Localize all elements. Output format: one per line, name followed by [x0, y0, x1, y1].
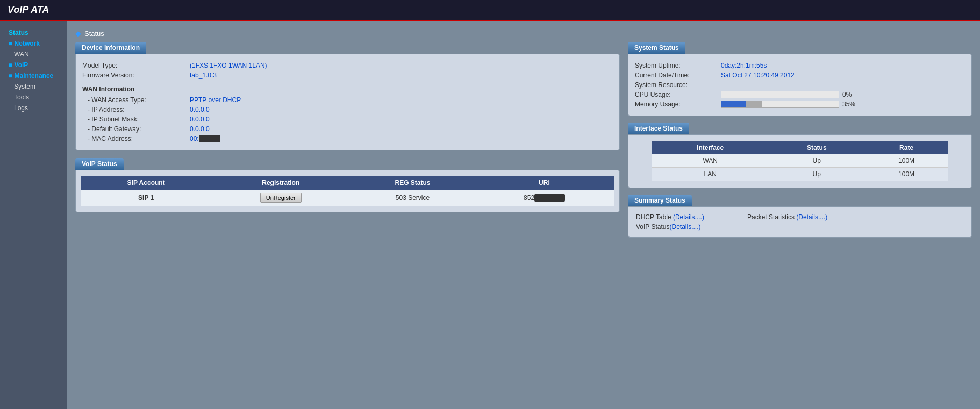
ip-subnet-value: 0.0.0.0	[190, 116, 210, 123]
interface-status-header: Interface Status	[628, 123, 689, 134]
firmware-label: Firmware Version:	[82, 71, 190, 79]
default-gateway-value: 0.0.0.0	[190, 125, 210, 133]
default-gateway-row: - Default Gateway: 0.0.0.0	[82, 124, 613, 134]
summary-status-section: Summary Status DHCP Table (Details....) …	[628, 195, 972, 238]
interface-col-interface: Interface	[652, 141, 769, 154]
sidebar-section: Status ■ Network WAN ■ VoIP ■ Maintenanc…	[0, 26, 67, 115]
device-info-header: Device Information	[75, 42, 146, 54]
voip-table-header: SIP Account Registration REG Status URI	[81, 176, 614, 190]
cpu-label: CPU Usage:	[635, 91, 721, 98]
voip-status-section: VoIP Status SIP Account Registration REG…	[75, 158, 620, 212]
ip-subnet-row: - IP Subnet Mask: 0.0.0.0	[82, 114, 613, 124]
uptime-row: System Uptime: 0day:2h:1m:55s	[635, 61, 965, 70]
ip-address-row: - IP Address: 0.0.0.0	[82, 105, 613, 114]
sidebar-item-maintenance[interactable]: ■ Maintenance	[4, 70, 63, 81]
uptime-label: System Uptime:	[635, 62, 721, 69]
model-type-value: (1FXS 1FXO 1WAN 1LAN)	[190, 62, 267, 69]
cpu-row: CPU Usage: 0%	[635, 90, 965, 99]
voip-col-registration: Registration	[211, 176, 350, 190]
voip-status-details-link[interactable]: (Details....)	[670, 223, 701, 231]
content-split: Device Information Model Type: (1FXS 1FX…	[75, 42, 972, 244]
sidebar-item-system[interactable]: System	[4, 81, 63, 92]
voip-col-uri: URI	[475, 176, 614, 190]
memory-row: Memory Usage: 35%	[635, 99, 965, 109]
page-title: Status	[84, 30, 104, 38]
wan-title: WAN Information	[82, 85, 613, 93]
sidebar-item-wan[interactable]: WAN	[4, 49, 63, 60]
interface-status-wan: Up	[769, 154, 864, 168]
datetime-label: Current Date/Time:	[635, 71, 721, 79]
unregister-button[interactable]: UnRegister	[260, 193, 302, 203]
interface-rate-lan: 100M	[864, 168, 948, 181]
wan-access-value: PPTP over DHCP	[190, 96, 241, 104]
left-panel: Device Information Model Type: (1FXS 1FX…	[75, 42, 620, 244]
app-header: VoIP ATA	[0, 0, 980, 21]
uptime-value: 0day:2h:1m:55s	[721, 62, 767, 69]
device-info-section: Device Information Model Type: (1FXS 1FX…	[75, 42, 620, 150]
wan-access-row: - WAN Access Type: PPTP over DHCP	[82, 95, 613, 105]
table-row: LAN Up 100M	[652, 168, 949, 181]
memory-percent-label: 35%	[842, 101, 855, 108]
mac-address-row: - MAC Address: 00:	[82, 134, 613, 143]
model-type-label: Model Type:	[82, 62, 190, 69]
voip-col-sip-account: SIP Account	[81, 176, 211, 190]
cpu-percent-label: 0%	[842, 91, 852, 98]
wan-access-label: - WAN Access Type:	[82, 96, 190, 104]
summary-row-1: DHCP Table (Details....) Packet Statisti…	[636, 212, 964, 222]
interface-name-lan: LAN	[652, 168, 769, 181]
right-panel: System Status System Uptime: 0day:2h:1m:…	[628, 42, 972, 244]
interface-status-section: Interface Status Interface Status Rate	[628, 123, 972, 188]
reg-status-cell: 503 Service	[350, 190, 475, 206]
memory-progress-bar-wrapper	[721, 101, 839, 108]
voip-status-header: VoIP Status	[75, 158, 124, 170]
system-status-section: System Status System Uptime: 0day:2h:1m:…	[628, 42, 972, 116]
resource-row: System Resource:	[635, 80, 965, 90]
summary-row-2: VoIP Status(Details....)	[636, 222, 964, 232]
interface-status-lan: Up	[769, 168, 864, 181]
datetime-row: Current Date/Time: Sat Oct 27 10:20:49 2…	[635, 70, 965, 80]
interface-col-rate: Rate	[864, 141, 948, 154]
default-gateway-label: - Default Gateway:	[82, 125, 190, 133]
sidebar-item-voip[interactable]: ■ VoIP	[4, 60, 63, 70]
memory-progress-container: 35%	[721, 101, 965, 108]
sidebar-item-logs[interactable]: Logs	[4, 103, 63, 113]
system-status-box: System Uptime: 0day:2h:1m:55s Current Da…	[628, 54, 972, 116]
ip-address-value: 0.0.0.0	[190, 106, 210, 113]
sidebar-item-status[interactable]: Status	[4, 27, 63, 38]
model-type-row: Model Type: (1FXS 1FXO 1WAN 1LAN)	[82, 61, 613, 70]
ip-subnet-label: - IP Subnet Mask:	[82, 116, 190, 123]
dhcp-table-item: DHCP Table (Details....)	[636, 213, 704, 221]
registration-cell: UnRegister	[211, 190, 350, 206]
packet-stats-item: Packet Statistics (Details....)	[747, 213, 827, 221]
voip-status-item: VoIP Status(Details....)	[636, 223, 701, 231]
voip-status-box: SIP Account Registration REG Status URI …	[75, 170, 620, 212]
firmware-row: Firmware Version: tab_1.0.3	[82, 70, 613, 80]
cpu-progress-container: 0%	[721, 91, 965, 98]
interface-rate-wan: 100M	[864, 154, 948, 168]
sip-account-cell: SIP 1	[81, 190, 211, 206]
sidebar: Status ■ Network WAN ■ VoIP ■ Maintenanc…	[0, 21, 67, 409]
firmware-value: tab_1.0.3	[190, 71, 217, 79]
main-content: ◆ Status Device Information Model Type: …	[67, 21, 980, 409]
voip-table: SIP Account Registration REG Status URI …	[81, 176, 614, 206]
table-row: WAN Up 100M	[652, 154, 949, 168]
diamond-icon: ◆	[75, 29, 81, 38]
uri-blurred	[534, 194, 565, 202]
packet-details-link[interactable]: (Details....)	[796, 213, 827, 221]
mac-blurred	[199, 135, 220, 142]
voip-table-row: SIP 1 UnRegister 503 Service 852	[81, 190, 614, 206]
memory-progress-bar	[721, 101, 762, 107]
datetime-value: Sat Oct 27 10:20:49 2012	[721, 71, 795, 79]
device-info-box: Model Type: (1FXS 1FXO 1WAN 1LAN) Firmwa…	[75, 54, 620, 150]
system-status-header: System Status	[628, 42, 685, 54]
dhcp-details-link[interactable]: (Details....)	[673, 213, 704, 221]
mac-address-label: - MAC Address:	[82, 135, 190, 142]
sidebar-item-network[interactable]: ■ Network	[4, 38, 63, 49]
interface-table: Interface Status Rate WAN Up 100M	[652, 141, 949, 181]
mac-address-value: 00:	[190, 135, 220, 142]
summary-status-box: DHCP Table (Details....) Packet Statisti…	[628, 206, 972, 238]
uri-cell: 852	[475, 190, 614, 206]
sidebar-item-tools[interactable]: Tools	[4, 92, 63, 103]
wan-section: WAN Information - WAN Access Type: PPTP …	[82, 85, 613, 143]
interface-name-wan: WAN	[652, 154, 769, 168]
